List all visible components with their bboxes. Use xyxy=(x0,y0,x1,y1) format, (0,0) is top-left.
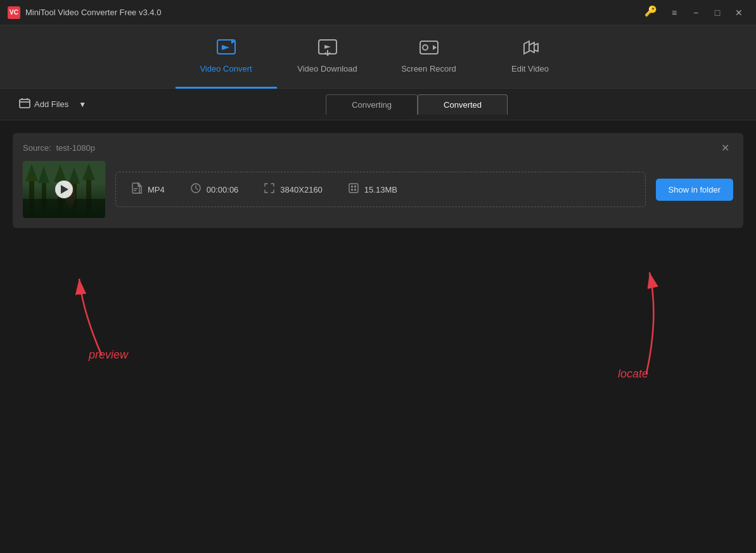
video-convert-label: Video Convert xyxy=(200,64,252,73)
minimize-button[interactable]: − xyxy=(686,5,705,20)
convert-tab-bar: Converting Converted xyxy=(90,94,743,115)
show-in-folder-button[interactable]: Show in folder xyxy=(656,179,733,201)
svg-rect-21 xyxy=(134,188,138,189)
video-thumbnail[interactable] xyxy=(23,161,105,218)
title-bar: VC MiniTool Video Converter Free v3.4.0 … xyxy=(0,0,756,25)
size-value: 15.13MB xyxy=(364,185,397,194)
video-download-label: Video Download xyxy=(297,64,357,73)
titlebar-left: VC MiniTool Video Converter Free v3.4.0 xyxy=(8,6,161,19)
duration-value: 00:00:06 xyxy=(207,185,239,194)
svg-point-3 xyxy=(423,45,428,50)
file-size: 15.13MB xyxy=(348,182,397,196)
play-icon xyxy=(61,185,68,194)
file-info-box: MP4 00:00:06 xyxy=(115,172,646,207)
window-controls: 🔑 ≡ − □ ✕ xyxy=(644,5,748,20)
locate-label: locate xyxy=(618,367,648,381)
source-filename: test-1080p xyxy=(56,143,94,153)
maximize-button[interactable]: □ xyxy=(708,5,727,20)
add-files-dropdown[interactable]: ▼ xyxy=(75,94,90,115)
svg-rect-25 xyxy=(351,186,353,188)
screen-record-icon xyxy=(419,39,439,59)
tab-edit-video[interactable]: Edit Video xyxy=(480,25,581,89)
size-icon xyxy=(348,182,359,196)
video-convert-icon xyxy=(216,39,236,59)
svg-rect-28 xyxy=(354,189,356,191)
file-duration: 00:00:06 xyxy=(190,182,239,196)
file-card-body: MP4 00:00:06 xyxy=(23,161,733,218)
resolution-icon xyxy=(264,182,275,196)
tab-video-convert[interactable]: Video Convert xyxy=(176,25,277,89)
main-content: Source: test-1080p ✕ xyxy=(0,120,756,553)
svg-rect-27 xyxy=(351,189,353,191)
menu-button[interactable]: ≡ xyxy=(665,5,684,20)
nav-bar: Video Convert Video Download Screen Reco… xyxy=(0,25,756,89)
source-label: Source: test-1080p xyxy=(23,143,98,153)
screen-record-label: Screen Record xyxy=(401,64,456,73)
tab-screen-record[interactable]: Screen Record xyxy=(378,25,480,89)
edit-video-label: Edit Video xyxy=(511,64,549,73)
app-title: MiniTool Video Converter Free v3.4.0 xyxy=(25,8,161,17)
resolution-value: 3840X2160 xyxy=(280,185,323,194)
svg-rect-4 xyxy=(20,99,30,108)
close-button[interactable]: ✕ xyxy=(729,5,748,20)
format-icon xyxy=(131,182,143,196)
key-icon: 🔑 xyxy=(644,5,657,20)
preview-label: preview xyxy=(89,348,128,362)
duration-icon xyxy=(190,182,202,196)
play-button[interactable] xyxy=(55,181,73,198)
svg-rect-24 xyxy=(349,184,358,193)
file-format: MP4 xyxy=(131,182,165,196)
close-card-button[interactable]: ✕ xyxy=(717,141,733,155)
converting-tab[interactable]: Converting xyxy=(326,94,418,115)
svg-rect-17 xyxy=(23,199,105,218)
app-logo: VC xyxy=(8,6,20,19)
format-value: MP4 xyxy=(148,185,165,194)
toolbar: Add Files ▼ Converting Converted xyxy=(0,89,756,120)
file-card-header: Source: test-1080p ✕ xyxy=(23,141,733,155)
add-files-icon xyxy=(19,98,30,111)
add-files-button[interactable]: Add Files xyxy=(13,94,75,115)
file-card: Source: test-1080p ✕ xyxy=(13,133,743,228)
svg-rect-26 xyxy=(354,186,356,188)
video-download-icon xyxy=(317,39,338,59)
converted-tab[interactable]: Converted xyxy=(418,94,508,115)
file-resolution: 3840X2160 xyxy=(264,182,323,196)
source-prefix: Source: xyxy=(23,143,51,153)
svg-rect-22 xyxy=(134,190,136,191)
edit-video-icon xyxy=(520,39,541,59)
add-files-label: Add Files xyxy=(34,99,68,109)
tab-video-download[interactable]: Video Download xyxy=(277,25,378,89)
